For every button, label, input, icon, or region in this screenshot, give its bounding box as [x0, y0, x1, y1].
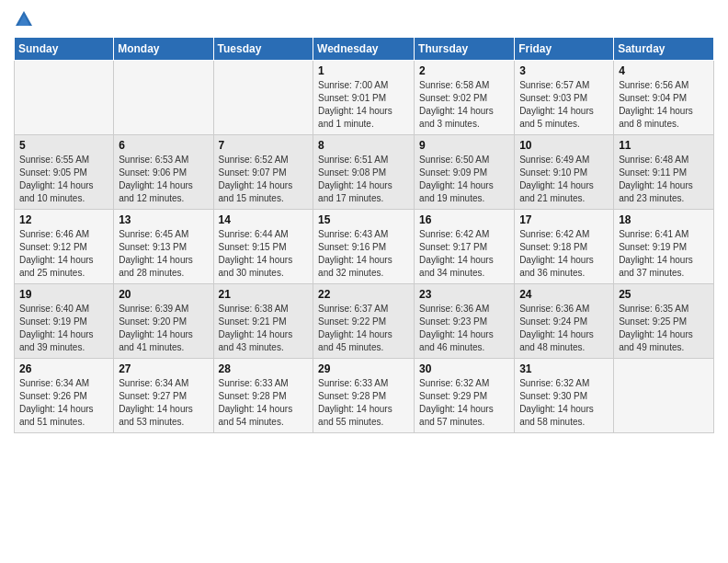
day-info: Sunrise: 6:33 AM Sunset: 9:28 PM Dayligh… [318, 377, 409, 429]
calendar-page: SundayMondayTuesdayWednesdayThursdayFrid… [0, 0, 728, 563]
day-number: 21 [219, 288, 309, 301]
day-number: 25 [619, 288, 709, 301]
day-info: Sunrise: 6:48 AM Sunset: 9:11 PM Dayligh… [619, 154, 709, 205]
day-number: 24 [519, 288, 609, 301]
calendar-day-22: 22Sunrise: 6:37 AM Sunset: 9:22 PM Dayli… [313, 284, 415, 359]
calendar-day-5: 5Sunrise: 6:55 AM Sunset: 9:05 PM Daylig… [15, 135, 114, 210]
weekday-header-monday: Monday [114, 38, 213, 61]
day-number: 23 [419, 288, 509, 301]
weekday-header-friday: Friday [515, 38, 614, 61]
day-info: Sunrise: 6:37 AM Sunset: 9:22 PM Dayligh… [318, 303, 409, 354]
calendar-day-21: 21Sunrise: 6:38 AM Sunset: 9:21 PM Dayli… [213, 284, 313, 359]
calendar-day-8: 8Sunrise: 6:51 AM Sunset: 9:08 PM Daylig… [313, 135, 415, 210]
day-info: Sunrise: 6:32 AM Sunset: 9:29 PM Dayligh… [419, 377, 509, 429]
day-number: 30 [419, 362, 509, 375]
day-number: 8 [318, 139, 409, 152]
day-number: 31 [519, 362, 609, 375]
calendar-table: SundayMondayTuesdayWednesdayThursdayFrid… [14, 37, 714, 433]
day-number: 18 [619, 213, 709, 226]
day-info: Sunrise: 6:55 AM Sunset: 9:05 PM Dayligh… [19, 154, 108, 205]
day-number: 1 [318, 64, 409, 77]
day-number: 28 [219, 362, 309, 375]
day-number: 27 [119, 362, 208, 375]
calendar-day-12: 12Sunrise: 6:46 AM Sunset: 9:12 PM Dayli… [15, 210, 114, 284]
day-info: Sunrise: 6:49 AM Sunset: 9:10 PM Dayligh… [519, 154, 609, 205]
day-info: Sunrise: 6:36 AM Sunset: 9:23 PM Dayligh… [419, 303, 509, 354]
day-number: 4 [619, 64, 709, 77]
day-info: Sunrise: 6:33 AM Sunset: 9:28 PM Dayligh… [219, 377, 309, 429]
weekday-header-wednesday: Wednesday [313, 38, 415, 61]
day-number: 3 [519, 64, 609, 77]
weekday-header-sunday: Sunday [15, 38, 114, 61]
calendar-week-row: 19Sunrise: 6:40 AM Sunset: 9:19 PM Dayli… [15, 284, 714, 359]
day-info: Sunrise: 6:58 AM Sunset: 9:02 PM Dayligh… [419, 79, 509, 131]
day-number: 12 [19, 213, 108, 226]
calendar-day-30: 30Sunrise: 6:32 AM Sunset: 9:29 PM Dayli… [415, 359, 515, 433]
calendar-day-4: 4Sunrise: 6:56 AM Sunset: 9:04 PM Daylig… [614, 61, 714, 135]
calendar-day-2: 2Sunrise: 6:58 AM Sunset: 9:02 PM Daylig… [415, 61, 515, 135]
weekday-header-thursday: Thursday [415, 38, 515, 61]
logo-icon [14, 9, 34, 29]
calendar-day-29: 29Sunrise: 6:33 AM Sunset: 9:28 PM Dayli… [313, 359, 415, 433]
day-number: 17 [519, 213, 609, 226]
day-info: Sunrise: 6:44 AM Sunset: 9:15 PM Dayligh… [219, 228, 309, 280]
day-info: Sunrise: 6:42 AM Sunset: 9:18 PM Dayligh… [519, 228, 609, 280]
calendar-day-23: 23Sunrise: 6:36 AM Sunset: 9:23 PM Dayli… [415, 284, 515, 359]
weekday-header-row: SundayMondayTuesdayWednesdayThursdayFrid… [15, 38, 714, 61]
calendar-empty-cell [15, 61, 114, 135]
day-info: Sunrise: 6:57 AM Sunset: 9:03 PM Dayligh… [519, 79, 609, 131]
day-number: 14 [219, 213, 309, 226]
calendar-day-31: 31Sunrise: 6:32 AM Sunset: 9:30 PM Dayli… [515, 359, 614, 433]
day-info: Sunrise: 6:45 AM Sunset: 9:13 PM Dayligh… [119, 228, 208, 280]
day-number: 5 [19, 139, 108, 152]
calendar-day-11: 11Sunrise: 6:48 AM Sunset: 9:11 PM Dayli… [614, 135, 714, 210]
calendar-day-26: 26Sunrise: 6:34 AM Sunset: 9:26 PM Dayli… [15, 359, 114, 433]
calendar-day-18: 18Sunrise: 6:41 AM Sunset: 9:19 PM Dayli… [614, 210, 714, 284]
calendar-day-16: 16Sunrise: 6:42 AM Sunset: 9:17 PM Dayli… [415, 210, 515, 284]
calendar-week-row: 12Sunrise: 6:46 AM Sunset: 9:12 PM Dayli… [15, 210, 714, 284]
calendar-week-row: 5Sunrise: 6:55 AM Sunset: 9:05 PM Daylig… [15, 135, 714, 210]
calendar-empty-cell [114, 61, 213, 135]
calendar-day-3: 3Sunrise: 6:57 AM Sunset: 9:03 PM Daylig… [515, 61, 614, 135]
logo [14, 9, 36, 29]
calendar-day-27: 27Sunrise: 6:34 AM Sunset: 9:27 PM Dayli… [114, 359, 213, 433]
weekday-header-tuesday: Tuesday [213, 38, 313, 61]
day-info: Sunrise: 6:32 AM Sunset: 9:30 PM Dayligh… [519, 377, 609, 429]
day-number: 9 [419, 139, 509, 152]
page-header [14, 9, 714, 29]
day-info: Sunrise: 6:43 AM Sunset: 9:16 PM Dayligh… [318, 228, 409, 280]
day-info: Sunrise: 7:00 AM Sunset: 9:01 PM Dayligh… [318, 79, 409, 131]
day-number: 19 [19, 288, 108, 301]
day-info: Sunrise: 6:34 AM Sunset: 9:26 PM Dayligh… [19, 377, 108, 429]
day-info: Sunrise: 6:39 AM Sunset: 9:20 PM Dayligh… [119, 303, 208, 354]
day-info: Sunrise: 6:53 AM Sunset: 9:06 PM Dayligh… [119, 154, 208, 205]
calendar-day-15: 15Sunrise: 6:43 AM Sunset: 9:16 PM Dayli… [313, 210, 415, 284]
day-number: 2 [419, 64, 509, 77]
day-number: 15 [318, 213, 409, 226]
calendar-day-10: 10Sunrise: 6:49 AM Sunset: 9:10 PM Dayli… [515, 135, 614, 210]
day-info: Sunrise: 6:34 AM Sunset: 9:27 PM Dayligh… [119, 377, 208, 429]
day-number: 16 [419, 213, 509, 226]
calendar-empty-cell [213, 61, 313, 135]
calendar-week-row: 26Sunrise: 6:34 AM Sunset: 9:26 PM Dayli… [15, 359, 714, 433]
day-info: Sunrise: 6:36 AM Sunset: 9:24 PM Dayligh… [519, 303, 609, 354]
calendar-day-1: 1Sunrise: 7:00 AM Sunset: 9:01 PM Daylig… [313, 61, 415, 135]
calendar-day-25: 25Sunrise: 6:35 AM Sunset: 9:25 PM Dayli… [614, 284, 714, 359]
calendar-day-14: 14Sunrise: 6:44 AM Sunset: 9:15 PM Dayli… [213, 210, 313, 284]
calendar-empty-cell [614, 359, 714, 433]
day-number: 29 [318, 362, 409, 375]
calendar-week-row: 1Sunrise: 7:00 AM Sunset: 9:01 PM Daylig… [15, 61, 714, 135]
day-info: Sunrise: 6:41 AM Sunset: 9:19 PM Dayligh… [619, 228, 709, 280]
day-info: Sunrise: 6:56 AM Sunset: 9:04 PM Dayligh… [619, 79, 709, 131]
day-number: 22 [318, 288, 409, 301]
day-info: Sunrise: 6:51 AM Sunset: 9:08 PM Dayligh… [318, 154, 409, 205]
day-number: 11 [619, 139, 709, 152]
calendar-day-13: 13Sunrise: 6:45 AM Sunset: 9:13 PM Dayli… [114, 210, 213, 284]
calendar-day-6: 6Sunrise: 6:53 AM Sunset: 9:06 PM Daylig… [114, 135, 213, 210]
day-number: 10 [519, 139, 609, 152]
day-number: 13 [119, 213, 208, 226]
calendar-day-20: 20Sunrise: 6:39 AM Sunset: 9:20 PM Dayli… [114, 284, 213, 359]
calendar-day-17: 17Sunrise: 6:42 AM Sunset: 9:18 PM Dayli… [515, 210, 614, 284]
calendar-day-19: 19Sunrise: 6:40 AM Sunset: 9:19 PM Dayli… [15, 284, 114, 359]
day-number: 6 [119, 139, 208, 152]
